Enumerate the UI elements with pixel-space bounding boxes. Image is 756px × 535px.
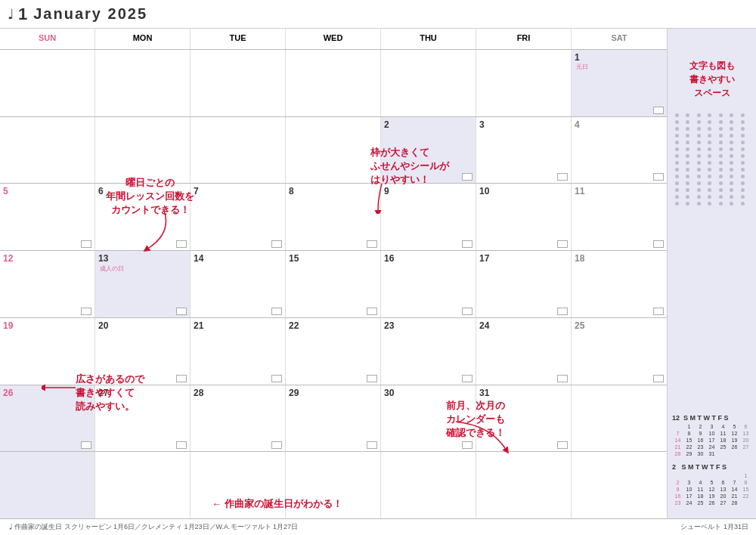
dot [686,195,689,199]
dot [730,120,733,124]
count-box [367,441,377,449]
day-headers: SUN MON TUE WED THU FRI SAT [0,29,667,50]
dot [697,181,701,185]
dot [686,175,689,178]
day-cell-12: 12 [0,251,95,317]
week-row-3: 12 13成人の日 14 15 [0,251,667,318]
dot [708,168,711,172]
dot [675,134,679,138]
dot [719,181,723,185]
dot [708,188,711,192]
dot [730,161,733,165]
day-cell-9: 9 [381,184,476,250]
day-cell-extra-tue [191,452,286,518]
dot [730,141,733,144]
dot [708,113,711,117]
dot [741,147,745,151]
dot [741,188,745,192]
dot [675,161,679,165]
day-num-24: 24 [479,320,568,331]
mini-cal-feb-header: 2 S M T W T F S [672,463,751,471]
dot [730,168,733,172]
count-box [557,308,568,315]
dot [686,147,689,151]
dot [675,168,679,172]
day-num-26: 26 [3,388,91,398]
day-note-ganjitsu: 元日 [576,63,664,71]
mini-cal-row: 21 2223242526 27 [672,444,751,450]
count-box [653,107,664,114]
dot [675,113,679,117]
dot [741,202,745,206]
day-cell-10: 10 [476,184,572,250]
count-box [367,240,377,248]
day-cell-18: 18 [572,251,667,317]
day-num-19: 19 [3,320,91,331]
header: ♩ 1 January 2025 [0,0,756,29]
dot [730,127,733,131]
dot [675,147,679,151]
count-box [271,308,282,315]
week-row-6 [0,452,667,518]
dot [697,195,701,199]
dot [686,161,689,165]
day-num-16: 16 [384,253,472,264]
day-cell-empty [191,50,286,116]
day-cell-8: 8 [286,184,381,250]
day-cell-20: 20 [95,318,191,385]
mini-cal-feb: 2 S M T W T F S 1 2 34567 8 [672,463,751,506]
day-cell-15: 15 [286,251,381,317]
day-cell-1: 1元日 [572,50,667,116]
dot [675,188,679,192]
dot [697,134,701,138]
count-box [367,375,377,382]
day-num-1: 1 [575,52,664,63]
count-box [462,240,472,248]
dot [730,195,733,199]
count-box [176,375,187,382]
dot [697,120,701,124]
day-num-29: 29 [289,388,377,398]
calendar-outer: SUN MON TUE WED THU FRI SAT [0,29,756,518]
day-num-7: 7 [194,186,282,196]
day-cell-31: 31 [476,385,572,452]
day-cell-24: 24 [476,318,572,385]
dot [719,154,723,158]
week-row-4: 19 20 21 22 [0,318,667,385]
day-num-20: 20 [98,320,187,331]
day-num-14: 14 [194,253,282,264]
sidebar-dots [672,110,751,414]
day-num-6: 6 [98,186,187,196]
dot [741,154,745,158]
dot [708,147,711,151]
day-num-2: 2 [384,119,472,130]
day-num-11: 11 [575,186,664,196]
day-num-10: 10 [479,186,568,196]
dot [730,202,733,206]
footer-bar: ♩作曲家の誕生日 スクリャービン 1月6日／クレメンティ 1月23日／W.A.モ… [0,518,756,535]
dot [719,134,723,138]
dot [708,127,711,131]
day-num-3: 3 [479,119,568,130]
dot [697,141,701,144]
day-cell-empty [286,117,381,184]
header-mon: MON [95,29,191,49]
dot [675,141,679,144]
day-cell-27: 27 [95,385,191,452]
day-num-28: 28 [194,388,282,398]
day-cell-2: 2 [381,117,476,184]
dot [697,168,701,172]
count-box [176,240,187,248]
dot [697,154,701,158]
day-cell-29: 29 [286,385,381,452]
dot [697,202,701,206]
day-num-17: 17 [479,253,568,264]
dot [730,134,733,138]
dot [708,175,711,178]
day-cell-21: 21 [191,318,286,385]
dot [686,202,689,206]
dot [708,134,711,138]
dot [719,127,723,131]
mini-cal-row: 23 2425262728 [672,499,751,506]
count-box [81,441,91,449]
